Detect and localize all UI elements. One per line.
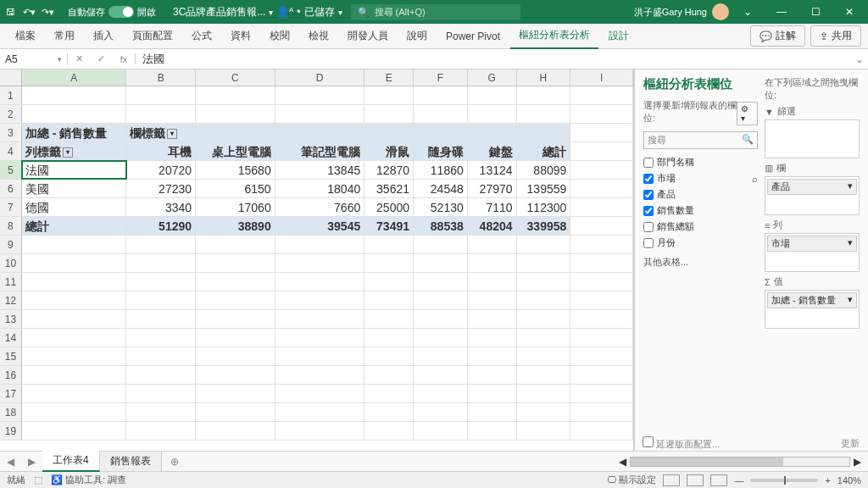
accessibility-status[interactable]: ♿ 協助工具: 調查: [51, 474, 126, 486]
cell[interactable]: 18040: [275, 180, 365, 197]
row-header[interactable]: 4: [0, 142, 22, 160]
col-header[interactable]: G: [468, 69, 517, 86]
cell[interactable]: 鍵盤: [468, 142, 517, 160]
normal-view-icon[interactable]: [663, 474, 680, 486]
document-name[interactable]: 3C品牌產品銷售報... ▾ 👤ᴬ • 已儲存 ▾: [173, 5, 342, 19]
row-header[interactable]: 8: [0, 217, 22, 235]
other-tables-link[interactable]: 其他表格...: [643, 256, 758, 269]
tab-formulas[interactable]: 公式: [183, 24, 220, 48]
pivot-field-item[interactable]: 銷售數量: [643, 202, 758, 219]
add-sheet-icon[interactable]: ⊕: [162, 456, 187, 468]
cell[interactable]: 88099: [517, 161, 571, 179]
cell[interactable]: 7110: [468, 198, 517, 216]
cell[interactable]: 39545: [275, 217, 365, 235]
zone-chip[interactable]: 產品▾: [767, 179, 857, 195]
cell[interactable]: 總計: [517, 142, 571, 160]
cell[interactable]: 12870: [364, 161, 414, 179]
sheet-nav-next-icon[interactable]: ▶: [21, 456, 42, 468]
cell[interactable]: 27970: [468, 180, 517, 197]
tab-file[interactable]: 檔案: [7, 24, 44, 48]
pivot-field-item[interactable]: 部門名稱: [643, 154, 758, 170]
cell[interactable]: 25000: [364, 198, 414, 216]
page-break-view-icon[interactable]: [710, 474, 727, 486]
zoom-level[interactable]: 140%: [837, 475, 861, 485]
row-header[interactable]: 2: [0, 105, 22, 123]
row-header[interactable]: 7: [0, 198, 22, 216]
sheet-tab[interactable]: 銷售報表: [100, 452, 162, 471]
minimize-icon[interactable]: —: [766, 2, 797, 22]
tab-powerpivot[interactable]: Power Pivot: [437, 25, 509, 47]
fx-icon[interactable]: fx: [120, 54, 128, 64]
pivot-search-input[interactable]: 搜尋 🔍: [643, 131, 758, 149]
row-labels-dropdown-icon[interactable]: ▾: [63, 147, 73, 158]
pivot-field-item[interactable]: 銷售總額: [643, 219, 758, 235]
tab-design[interactable]: 設計: [600, 24, 637, 48]
cell[interactable]: 52130: [414, 198, 468, 216]
cell[interactable]: 總計: [22, 217, 126, 235]
cell-selected[interactable]: 法國: [22, 161, 126, 179]
cell[interactable]: 桌上型電腦: [196, 142, 275, 160]
name-box[interactable]: A5▾: [0, 53, 68, 65]
zone-chip[interactable]: 市場▾: [767, 236, 857, 252]
cell[interactable]: 139559: [517, 180, 571, 197]
spreadsheet-grid[interactable]: 1 2 3 加總 - 銷售數量 欄標籤▾ 4 列標籤▾ 耳機 桌上型電腦 筆記型…: [0, 86, 633, 441]
cell[interactable]: 73491: [364, 217, 414, 235]
cell[interactable]: 13124: [468, 161, 517, 179]
tab-insert[interactable]: 插入: [85, 24, 122, 48]
row-header[interactable]: 1: [0, 86, 22, 104]
scroll-left-icon[interactable]: ◀: [619, 456, 626, 468]
cell[interactable]: 13845: [275, 161, 365, 179]
cell[interactable]: 88538: [414, 217, 468, 235]
tab-developer[interactable]: 開發人員: [339, 24, 397, 48]
tab-help[interactable]: 說明: [398, 24, 436, 48]
comments-button[interactable]: 💬註解: [750, 25, 805, 47]
ribbon-mode-icon[interactable]: ⌄: [732, 2, 763, 22]
cell[interactable]: 筆記型電腦: [275, 142, 365, 160]
zoom-out-icon[interactable]: —: [734, 475, 743, 485]
row-header[interactable]: 5: [0, 161, 22, 179]
cell[interactable]: 美國: [22, 180, 126, 197]
cell[interactable]: 11860: [414, 161, 468, 179]
sheet-nav-prev-icon[interactable]: ◀: [0, 456, 21, 468]
search-box[interactable]: 🔍 搜尋 (Alt+Q): [351, 4, 520, 20]
cell[interactable]: 20720: [126, 161, 196, 179]
defer-layout-checkbox[interactable]: 延遲版面配置...: [643, 436, 720, 451]
tab-view[interactable]: 檢視: [300, 24, 337, 48]
column-labels-dropdown-icon[interactable]: ▾: [167, 129, 177, 139]
row-header[interactable]: 3: [0, 124, 22, 141]
gear-icon[interactable]: ⚙ ▾: [737, 102, 758, 125]
expand-formula-icon[interactable]: ⌄: [851, 53, 868, 65]
pivot-field-item[interactable]: 產品: [643, 186, 758, 202]
col-header[interactable]: A: [22, 69, 127, 86]
cell[interactable]: 48204: [468, 217, 517, 235]
col-header[interactable]: H: [517, 69, 571, 86]
cell[interactable]: 38890: [196, 217, 275, 235]
values-zone[interactable]: 加總 - 銷售數量▾: [765, 290, 860, 329]
sheet-tab-active[interactable]: 工作表4: [42, 451, 100, 472]
horizontal-scrollbar[interactable]: [630, 457, 850, 467]
save-icon[interactable]: 🖫: [3, 5, 17, 19]
tab-home[interactable]: 常用: [46, 24, 83, 48]
cell[interactable]: 耳機: [126, 142, 196, 160]
zoom-slider[interactable]: [750, 479, 818, 482]
columns-zone[interactable]: 產品▾: [765, 176, 860, 215]
cell[interactable]: 6150: [196, 180, 275, 197]
user-account[interactable]: 洪子盛Gary Hung: [634, 3, 729, 20]
tab-review[interactable]: 校閱: [261, 24, 298, 48]
zone-chip[interactable]: 加總 - 銷售數量▾: [767, 292, 857, 308]
cell[interactable]: 112300: [517, 198, 571, 216]
cell[interactable]: 7660: [275, 198, 365, 216]
scroll-right-icon[interactable]: ▶: [854, 456, 861, 468]
filter-zone[interactable]: [765, 119, 860, 158]
close-icon[interactable]: ✕: [834, 2, 865, 22]
restore-icon[interactable]: ☐: [800, 2, 831, 22]
col-header[interactable]: D: [275, 69, 365, 86]
cancel-icon[interactable]: ✕: [75, 53, 83, 64]
cell[interactable]: 加總 - 銷售數量: [22, 124, 126, 141]
undo-icon[interactable]: ↶▾: [22, 5, 36, 19]
cell[interactable]: 列標籤▾: [22, 142, 126, 160]
col-header[interactable]: B: [126, 69, 196, 86]
share-button[interactable]: ⇪共用: [810, 25, 861, 47]
cell[interactable]: 欄標籤▾: [126, 124, 196, 141]
cell[interactable]: 3340: [126, 198, 196, 216]
